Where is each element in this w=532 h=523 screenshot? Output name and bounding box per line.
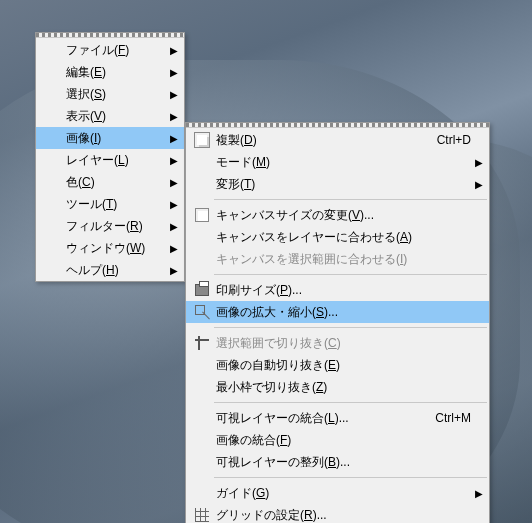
menu-item-label: 可視レイヤーの統合(L)... [214,410,421,427]
menu-item-label: 変形(T) [214,176,471,193]
submenu-arrow-icon: ▶ [166,111,178,122]
menu-item-item19[interactable]: ガイド(G)▶ [186,482,489,504]
scale-icon [195,305,209,319]
menu-item-icon-gutter [190,305,214,319]
menu-item-label: 印刷サイズ(P)... [214,282,471,299]
menu-item-item12[interactable]: 画像の自動切り抜き(E) [186,354,489,376]
menu-separator [214,402,487,403]
menu-item-item10[interactable]: ヘルプ(H)▶ [36,259,184,281]
menu-item-label: 選択(S) [64,86,166,103]
image-submenu-popup: 複製(D)Ctrl+Dモード(M)▶変形(T)▶キャンバスサイズの変更(V)..… [185,122,490,523]
menu-item-label: 色(C) [64,174,166,191]
menu-item-item15[interactable]: 可視レイヤーの統合(L)...Ctrl+M [186,407,489,429]
menu-item-icon-gutter [190,132,214,148]
menu-separator [214,477,487,478]
menu-item-item6[interactable]: 色(C)▶ [36,171,184,193]
print-icon [195,284,209,296]
menu-item-label: キャンバスをレイヤーに合わせる(A) [214,229,471,246]
menu-item-item0[interactable]: 複製(D)Ctrl+D [186,129,489,151]
menu-item-item1[interactable]: モード(M)▶ [186,151,489,173]
menu-item-label: フィルター(R) [64,218,166,235]
submenu-arrow-icon: ▶ [471,179,483,190]
menu-item-item3[interactable]: 表示(V)▶ [36,105,184,127]
menu-item-icon-gutter [190,508,214,522]
menu-item-label: キャンバスサイズの変更(V)... [214,207,471,224]
menu-item-item16[interactable]: 画像の統合(F) [186,429,489,451]
menu-item-item11: 選択範囲で切り抜き(C) [186,332,489,354]
menu-item-label: 画像の統合(F) [214,432,471,449]
submenu-arrow-icon: ▶ [166,133,178,144]
submenu-arrow-icon: ▶ [166,243,178,254]
menu-item-item2[interactable]: 選択(S)▶ [36,83,184,105]
menu-item-label: 複製(D) [214,132,423,149]
menu-item-item9[interactable]: ウィンドウ(W)▶ [36,237,184,259]
submenu-arrow-icon: ▶ [166,67,178,78]
menu-item-item8[interactable]: 印刷サイズ(P)... [186,279,489,301]
menu-item-shortcut: Ctrl+D [437,133,471,147]
submenu-arrow-icon: ▶ [471,157,483,168]
menu-item-label: ウィンドウ(W) [64,240,166,257]
menu-item-label: モード(M) [214,154,471,171]
grid-icon [195,508,209,522]
menu-item-item20[interactable]: グリッドの設定(R)... [186,504,489,523]
menu-item-item1[interactable]: 編集(E)▶ [36,61,184,83]
menu-separator [214,327,487,328]
submenu-arrow-icon: ▶ [166,177,178,188]
menu-item-item2[interactable]: 変形(T)▶ [186,173,489,195]
menu-item-label: 画像(I) [64,130,166,147]
menu-item-item5[interactable]: レイヤー(L)▶ [36,149,184,171]
menu-item-item4[interactable]: キャンバスサイズの変更(V)... [186,204,489,226]
menu-item-shortcut: Ctrl+M [435,411,471,425]
menu-item-icon-gutter [190,284,214,296]
menu-separator [214,274,487,275]
submenu-arrow-icon: ▶ [166,155,178,166]
canvas-icon [195,208,209,222]
menu-tearoff-icon[interactable] [186,123,489,128]
menu-item-item13[interactable]: 最小枠で切り抜き(Z) [186,376,489,398]
menu-item-label: ファイル(F) [64,42,166,59]
menu-item-label: 選択範囲で切り抜き(C) [214,335,471,352]
submenu-arrow-icon: ▶ [471,488,483,499]
menu-item-icon-gutter [190,336,214,350]
menu-item-label: 画像の拡大・縮小(S)... [214,304,471,321]
menu-item-label: キャンバスを選択範囲に合わせる(I) [214,251,471,268]
menu-tearoff-icon[interactable] [36,33,184,38]
submenu-arrow-icon: ▶ [166,221,178,232]
menu-item-item8[interactable]: フィルター(R)▶ [36,215,184,237]
submenu-arrow-icon: ▶ [166,199,178,210]
menu-item-item4[interactable]: 画像(I)▶ [36,127,184,149]
menu-item-item5[interactable]: キャンバスをレイヤーに合わせる(A) [186,226,489,248]
menu-item-label: ガイド(G) [214,485,471,502]
menu-item-item9[interactable]: 画像の拡大・縮小(S)... [186,301,489,323]
crop-icon [195,336,209,350]
menu-item-label: グリッドの設定(R)... [214,507,471,524]
menu-item-item17[interactable]: 可視レイヤーの整列(B)... [186,451,489,473]
submenu-arrow-icon: ▶ [166,265,178,276]
menu-item-label: ツール(T) [64,196,166,213]
submenu-arrow-icon: ▶ [166,45,178,56]
dup-icon [194,132,210,148]
menu-item-label: レイヤー(L) [64,152,166,169]
menu-item-label: ヘルプ(H) [64,262,166,279]
menu-separator [214,199,487,200]
menu-item-icon-gutter [190,208,214,222]
menu-item-label: 可視レイヤーの整列(B)... [214,454,471,471]
main-menu-popup: ファイル(F)▶編集(E)▶選択(S)▶表示(V)▶画像(I)▶レイヤー(L)▶… [35,32,185,282]
menu-item-label: 画像の自動切り抜き(E) [214,357,471,374]
submenu-arrow-icon: ▶ [166,89,178,100]
menu-item-item7[interactable]: ツール(T)▶ [36,193,184,215]
menu-item-item0[interactable]: ファイル(F)▶ [36,39,184,61]
menu-item-label: 編集(E) [64,64,166,81]
menu-item-item6: キャンバスを選択範囲に合わせる(I) [186,248,489,270]
menu-item-label: 最小枠で切り抜き(Z) [214,379,471,396]
menu-item-label: 表示(V) [64,108,166,125]
